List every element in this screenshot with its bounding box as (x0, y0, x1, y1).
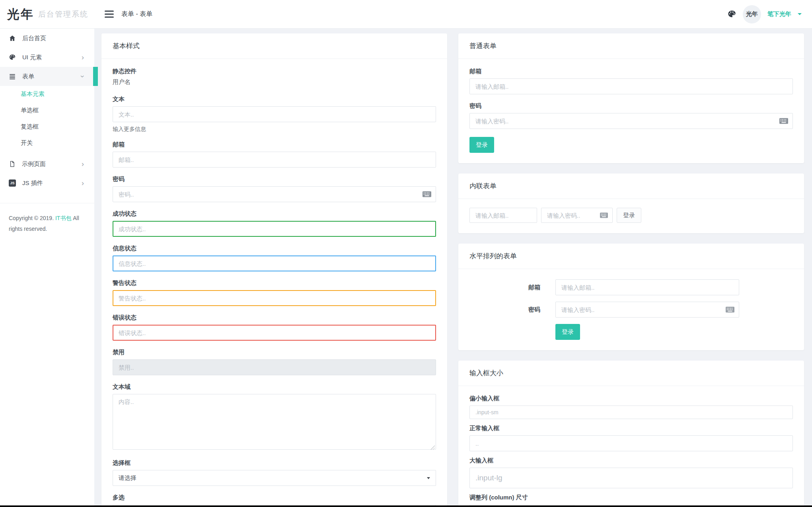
topbar: 表单 - 表单 光年 笔下光年 (94, 0, 812, 28)
password-input[interactable] (469, 113, 793, 129)
copyright-text: Copyright © 2019. (9, 215, 54, 221)
email-input[interactable] (555, 279, 739, 295)
multiselect-label: 多选 (113, 494, 436, 501)
email-input[interactable] (469, 78, 793, 94)
sidebar-item-label: JS 插件 (22, 179, 43, 187)
palette-icon (9, 54, 16, 61)
keyboard-icon (423, 191, 431, 197)
submenu-item-radio[interactable]: 单选框 (0, 102, 94, 119)
success-input[interactable] (113, 221, 436, 237)
error-input[interactable] (113, 325, 436, 341)
email-label: 邮箱 (113, 141, 436, 148)
submenu-item-basic[interactable]: 基本元素 (0, 86, 94, 102)
list-icon (9, 73, 16, 80)
hamburger-icon[interactable] (105, 10, 114, 18)
card-title: 水平排列的表单 (458, 244, 804, 269)
normal-form-card: 普通表单 邮箱 密码 (458, 33, 804, 163)
password-input[interactable] (555, 302, 739, 318)
static-value: 用户名 (113, 78, 436, 86)
topbar-right: 光年 笔下光年 (727, 5, 802, 23)
form-submenu: 基本元素 单选框 复选框 开关 (0, 86, 94, 151)
submenu-item-checkbox[interactable]: 复选框 (0, 119, 94, 135)
copyright: Copyright © 2019. IT书包 All rights reserv… (0, 203, 94, 234)
success-label: 成功状态 (113, 210, 436, 218)
card-title: 输入框大小 (458, 361, 804, 386)
js-icon: JS (9, 179, 16, 187)
column-size-label: 调整列 (column) 尺寸 (469, 494, 793, 501)
normal-input[interactable] (469, 435, 793, 451)
info-label: 信息状态 (113, 245, 436, 252)
textarea-label: 文本域 (113, 383, 436, 391)
keyboard-icon (779, 118, 788, 124)
file-icon (9, 160, 16, 168)
info-input[interactable] (113, 255, 436, 271)
password-input[interactable] (113, 186, 436, 202)
active-indicator (93, 67, 98, 86)
password-label: 密码 (469, 102, 793, 110)
logo: 光年 (7, 6, 34, 23)
text-input[interactable] (113, 106, 436, 122)
email-label: 邮箱 (469, 284, 540, 291)
password-label: 密码 (469, 306, 540, 314)
content-textarea[interactable] (113, 394, 436, 450)
sidebar-item-label: 表单 (22, 73, 34, 80)
breadcrumb: 表单 - 表单 (121, 10, 152, 18)
user-caret-icon[interactable] (798, 13, 802, 15)
select-arrow-icon (427, 477, 430, 479)
small-input-label: 偏小输入框 (469, 395, 793, 402)
normal-input-label: 正常输入框 (469, 425, 793, 432)
login-button[interactable]: 登录 (555, 324, 580, 340)
sidebar-item-js[interactable]: JS JS 插件 › (0, 174, 94, 193)
select-label: 选择框 (113, 459, 436, 467)
chevron-down-icon: › (79, 75, 86, 78)
horizontal-form-card: 水平排列的表单 邮箱 密码 (458, 244, 804, 350)
disabled-input (113, 359, 436, 375)
sidebar-item-pages[interactable]: 示例页面 › (0, 154, 94, 174)
select-box[interactable]: 请选择 (113, 470, 436, 486)
card-title: 普通表单 (458, 33, 804, 59)
disabled-label: 禁用 (113, 349, 436, 356)
select-value: 请选择 (119, 474, 136, 482)
sidebar-item-ui[interactable]: UI 元素 › (0, 48, 94, 67)
chevron-right-icon: › (82, 160, 84, 168)
keyboard-icon (600, 213, 608, 218)
warning-input[interactable] (113, 290, 436, 306)
large-input[interactable] (469, 468, 793, 488)
sidebar-item-label: 后台首页 (22, 35, 46, 42)
sidebar: 后台首页 UI 元素 › 表单 › 基本元素 单选框 复选框 开关 (0, 29, 94, 507)
top-header: 光年 后台管理系统 表单 - 表单 光年 笔下光年 (0, 0, 812, 29)
avatar[interactable]: 光年 (743, 5, 761, 23)
error-label: 错误状态 (113, 314, 436, 322)
small-input[interactable] (469, 406, 793, 419)
keyboard-icon (726, 307, 734, 313)
warning-label: 警告状态 (113, 279, 436, 287)
inline-form-card: 内联表单 (458, 174, 804, 233)
help-text: 输入更多信息 (113, 126, 436, 133)
sidebar-item-label: 示例页面 (22, 160, 46, 168)
card-title: 基本样式 (101, 33, 447, 59)
password-label: 密码 (113, 176, 436, 183)
submenu-item-switch[interactable]: 开关 (0, 135, 94, 151)
sidebar-item-form[interactable]: 表单 › (0, 67, 94, 86)
login-button[interactable]: 登录 (617, 208, 641, 223)
email-input[interactable] (113, 152, 436, 168)
theme-palette-icon[interactable] (727, 10, 736, 19)
chevron-right-icon: › (82, 179, 84, 187)
input-sizes-card: 输入框大小 偏小输入框 正常输入框 大输入框 调整列 (458, 361, 804, 507)
home-icon (9, 35, 16, 42)
sidebar-item-home[interactable]: 后台首页 (0, 29, 94, 48)
chevron-right-icon: › (82, 54, 84, 61)
login-button[interactable]: 登录 (469, 137, 494, 153)
text-label: 文本 (113, 96, 436, 103)
card-title: 内联表单 (458, 174, 804, 199)
static-label: 静态控件 (113, 68, 436, 75)
page: 光年 后台管理系统 表单 - 表单 光年 笔下光年 (0, 0, 812, 507)
main-content: 基本样式 静态控件 用户名 文本 输入更多信息 邮箱 (94, 29, 812, 507)
logo-subtitle: 后台管理系统 (38, 9, 88, 20)
copyright-link[interactable]: IT书包 (55, 215, 71, 221)
email-label: 邮箱 (469, 68, 793, 75)
email-input[interactable] (469, 208, 537, 223)
large-input-label: 大输入框 (469, 457, 793, 464)
sidebar-item-label: UI 元素 (22, 54, 42, 61)
user-menu-label[interactable]: 笔下光年 (767, 10, 791, 18)
